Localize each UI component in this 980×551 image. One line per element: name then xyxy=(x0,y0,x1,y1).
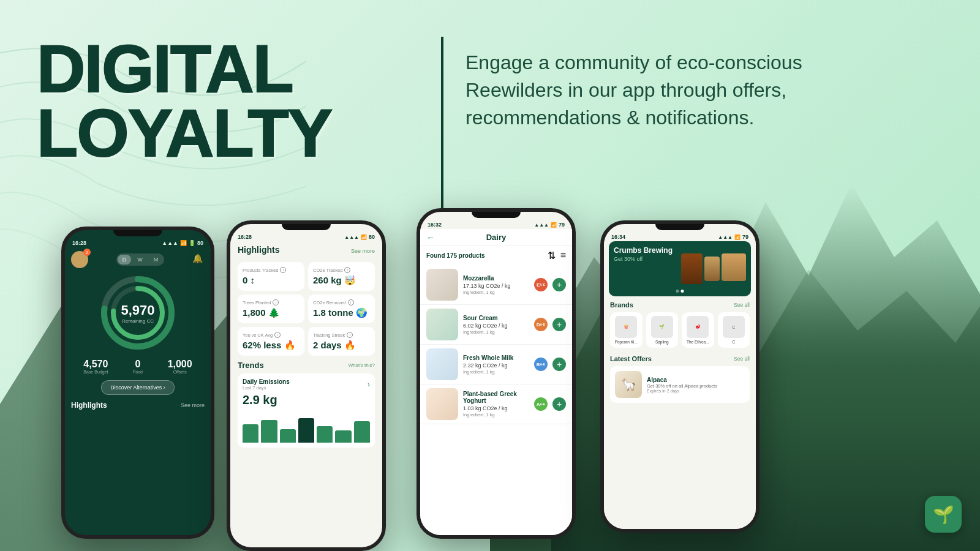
product-add-0[interactable]: + xyxy=(552,278,566,291)
battery-icon: 🔋 xyxy=(189,240,195,246)
phone1-status-bar: 16:28 ▲▲▲ 📶 🔋 80 xyxy=(65,236,211,247)
card-label-5: Tracking Streak i xyxy=(313,332,370,338)
card-val-5: 2 days 🔥 xyxy=(313,340,370,351)
alpaca-offer-name: Alpaca xyxy=(647,377,717,383)
battery-num: 80 xyxy=(197,240,203,246)
phone1-time: 16:28 xyxy=(72,240,86,246)
phone1-base-val: 4,570 xyxy=(83,359,108,370)
info-icon-3: i xyxy=(348,299,354,305)
signal-icon: ▲▲▲ xyxy=(162,240,178,246)
discover-alternatives-button[interactable]: Discover Alternatives › xyxy=(101,380,175,395)
bar-6 xyxy=(354,421,370,443)
wifi-icon2: 📶 xyxy=(361,234,367,240)
emission-chevron: › xyxy=(368,380,370,389)
phone1-tab-w[interactable]: W xyxy=(132,255,148,264)
card-co2-tracked: CO2e Tracked i 260 kg 🤯 xyxy=(308,262,375,291)
phone4-content: Crumbs Brewing Get 30% off Bra xyxy=(604,241,756,533)
info-icon-4: i xyxy=(274,332,281,338)
alpaca-offer-expires: Expires in 2 days xyxy=(647,389,717,393)
crumbs-brewing-banner[interactable]: Crumbs Brewing Get 30% off xyxy=(609,241,751,296)
back-button[interactable]: ← xyxy=(426,233,435,242)
product-desc-2: Ingredient, 1 kg xyxy=(463,369,529,375)
phone1-stat-base: 4,570 Base Budget xyxy=(83,359,108,374)
phone3-header: ← Dairy xyxy=(420,229,572,246)
brand-name-sapling: Sapling xyxy=(650,340,675,344)
battery-num3: 79 xyxy=(559,222,565,228)
offers-section-header: Latest Offers See all xyxy=(610,355,750,362)
phone2-header-row: Highlights See more xyxy=(238,245,375,257)
phone1-stat-food: 0 Food xyxy=(133,359,143,374)
card-co2-removed: CO2e Removed i 1.8 tonne 🌍 xyxy=(308,294,375,323)
phone1-avatar: 2 xyxy=(71,251,88,268)
offers-see-all[interactable]: See all xyxy=(734,356,750,362)
sort-icon[interactable]: ⇅ xyxy=(548,250,556,261)
phone1-tabs[interactable]: D W M xyxy=(116,253,165,266)
brand-name-other: C xyxy=(722,340,747,344)
emission-subtitle: Last 7 days xyxy=(243,385,290,391)
card-products-tracked: Products Tracked i 0 ↕️ xyxy=(238,262,304,291)
product-mozzarella: Mozzarella 17.13 kg CO2e / kg Ingredient… xyxy=(420,265,572,305)
phone1-tab-m[interactable]: M xyxy=(149,255,164,264)
product-img-0 xyxy=(426,269,458,301)
content: DIGITAL LOYALTY Engage a community of ec… xyxy=(0,0,980,551)
product-co2-2: 2.32 kg CO2e / kg xyxy=(463,362,529,369)
phone2-see-more[interactable]: See more xyxy=(351,248,375,254)
phone2-section-title: Highlights xyxy=(238,245,279,255)
phone1-food-val: 0 xyxy=(133,359,143,370)
product-add-2[interactable]: + xyxy=(552,358,566,371)
main-title: DIGITAL LOYALTY xyxy=(37,37,331,165)
product-co2-0: 17.13 kg CO2e / kg xyxy=(463,283,529,289)
emission-bar-chart xyxy=(243,412,370,443)
product-img-2 xyxy=(426,348,458,380)
brand-popcorn[interactable]: 🍿 Popcorn Ki... xyxy=(610,312,643,348)
product-add-3[interactable]: + xyxy=(552,397,566,411)
brand-sapling[interactable]: 🌱 Sapling xyxy=(646,312,679,348)
signal-icon3: ▲▲▲ xyxy=(534,222,549,228)
card-label-4: You vs UK Avg i xyxy=(243,332,300,338)
phone1-status-icons: ▲▲▲ 📶 🔋 80 xyxy=(162,240,203,246)
info-icon-2: i xyxy=(273,299,279,305)
product-desc-0: Ingredient, 1 kg xyxy=(463,290,529,295)
phones-container: 16:28 ▲▲▲ 📶 🔋 80 2 D W M xyxy=(61,208,980,551)
phone1-highlights-bar: Highlights See more xyxy=(71,401,205,410)
card-val-1: 260 kg 🤯 xyxy=(313,275,370,286)
card-label-1: CO2e Tracked i xyxy=(313,267,370,273)
card-val-0: 0 ↕️ xyxy=(243,275,300,285)
bar-5 xyxy=(335,430,351,443)
phone1-tab-d[interactable]: D xyxy=(118,255,132,264)
brand-ethical-butcher[interactable]: 🥩 The Ethica... xyxy=(682,312,714,348)
rewild-logo-button[interactable]: 🌱 xyxy=(925,496,962,533)
bar-3 xyxy=(298,418,314,443)
product-badge-3: AA-E xyxy=(534,397,548,411)
products-found-count: Found 175 products xyxy=(426,252,485,259)
alpaca-offer-card[interactable]: 🦙 Alpaca Get 30% off on all Alpaca produ… xyxy=(610,366,750,403)
card-val-4: 62% less 🔥 xyxy=(243,340,300,351)
emission-title-block: Daily Emissions Last 7 days xyxy=(243,378,290,391)
phone3-page-title: Dairy xyxy=(486,233,507,242)
bell-icon[interactable]: 🔔 xyxy=(192,253,205,266)
whats-this-link[interactable]: What's this? xyxy=(349,362,375,368)
latest-offers-section: Latest Offers See all 🦙 Alpaca Get 30% o… xyxy=(604,351,756,407)
info-icon-0: i xyxy=(280,267,286,273)
product-fresh-milk: Fresh Whole Milk 2.32 kg CO2e / kg Ingre… xyxy=(420,345,572,384)
phone-dairy: 16:32 ▲▲▲ 📶 79 ← Dairy Found 175 product… xyxy=(417,208,576,539)
phone4-time: 16:34 xyxy=(611,234,625,240)
phone3-filter-icons: ⇅ ≡ xyxy=(548,250,566,261)
product-info-2: Fresh Whole Milk 2.32 kg CO2e / kg Ingre… xyxy=(463,354,529,375)
card-label-3: CO2e Removed i xyxy=(313,299,370,305)
product-add-1[interactable]: + xyxy=(552,318,566,331)
phone1-see-more[interactable]: See more xyxy=(181,402,205,408)
product-info-0: Mozzarella 17.13 kg CO2e / kg Ingredient… xyxy=(463,275,529,295)
phone3-notch xyxy=(472,212,521,218)
gauge-center: 5,970 Remaining CC xyxy=(121,302,154,324)
filter-icon[interactable]: ≡ xyxy=(560,250,566,261)
phone1-content: 2 D W M 🔔 xyxy=(65,247,211,413)
product-img-1 xyxy=(426,309,458,340)
wifi-icon4: 📶 xyxy=(734,234,741,240)
banner-images xyxy=(681,253,746,284)
brands-see-all[interactable]: See all xyxy=(734,302,750,308)
product-info-1: Sour Cream 6.02 kg CO2e / kg Ingredient,… xyxy=(463,315,529,335)
brand-other[interactable]: C C xyxy=(718,312,750,348)
emission-title: Daily Emissions xyxy=(243,378,290,385)
phone1-stat-offsets: 1,000 Offsets xyxy=(168,359,192,374)
